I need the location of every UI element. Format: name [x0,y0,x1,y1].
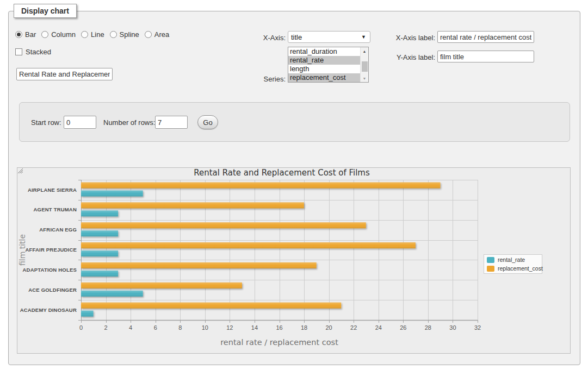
svg-text:AIRPLANE SIERRA: AIRPLANE SIERRA [28,187,77,193]
bar-shine [81,183,440,189]
bar-shine [81,222,366,228]
svg-text:30: 30 [449,324,456,331]
legend-label: replacement_cost [498,265,543,272]
series-options: rental_durationrental_ratelengthreplacem… [288,47,360,82]
svg-text:ADAPTATION HOLES: ADAPTATION HOLES [23,267,77,273]
legend-swatch-icon [487,266,494,272]
legend-item-rental_rate[interactable]: rental_rate [487,256,525,263]
y-axis-title: film title [18,234,27,266]
x-axis-label-input[interactable] [437,31,534,43]
svg-text:10: 10 [202,324,208,331]
chart-type-column[interactable]: Column [41,30,76,39]
radio-label: Column [51,30,76,39]
chart-type-area[interactable]: Area [145,30,169,39]
svg-text:ACE GOLDFINGER: ACE GOLDFINGER [28,287,77,293]
scroll-up-icon[interactable]: ▲ [361,47,368,55]
svg-text:4: 4 [129,324,132,331]
x-tick-labels: 02468101214161820222426283032 [79,324,481,331]
svg-text:28: 28 [425,324,431,331]
x-axis-title: rental rate / replacement cost [220,338,338,347]
svg-text:16: 16 [276,324,282,331]
y-axis-label-input[interactable] [437,51,534,62]
bar-shine [81,283,242,289]
axes [78,180,478,323]
svg-text:AFFAIR PREJUDICE: AFFAIR PREJUDICE [25,247,77,253]
svg-text:14: 14 [251,324,258,331]
radio-label: Area [154,30,169,39]
start-row-label: Start row: [31,118,61,127]
bar-shine [81,262,317,268]
svg-text:18: 18 [301,324,307,331]
bar-shine [81,202,304,208]
svg-text:6: 6 [154,324,157,331]
series-option-replacement_cost[interactable]: replacement_cost [288,73,360,82]
svg-text:AGENT TRUMAN: AGENT TRUMAN [34,206,77,212]
svg-text:8: 8 [178,324,182,331]
legend-label: rental_rate [498,256,525,263]
scrollbar-track[interactable] [361,55,368,74]
radio-label: Spline [120,30,139,39]
gridlines [81,180,478,321]
x-axis-select-label: X-Axis: [228,34,286,42]
bar-shine [81,291,143,297]
stacked-row: Stacked [15,48,51,56]
chevron-down-icon: ▼ [361,34,367,40]
number-of-rows-input[interactable] [155,116,188,129]
bar-shine [81,230,118,236]
bar-shine [81,311,94,317]
chart-container: AIRPLANE SIERRAAGENT TRUMANAFRICAN EGGAF… [17,167,571,354]
svg-text:26: 26 [400,324,406,331]
bar-shine [81,242,416,248]
radio-icon[interactable] [41,31,48,38]
x-axis-label-caption: X-Axis label: [381,34,435,42]
svg-text:12: 12 [226,324,233,331]
series-option-rental_duration[interactable]: rental_duration [288,47,360,56]
svg-text:2: 2 [104,324,108,331]
legend-swatch-icon [487,257,494,263]
go-button[interactable]: Go [197,115,218,129]
bar-shine [81,210,118,216]
category-labels: AIRPLANE SIERRAAGENT TRUMANAFRICAN EGGAF… [20,187,77,313]
chart-title: Rental Rate and Replacement Cost of Film… [194,168,370,178]
radio-icon[interactable] [15,31,22,38]
series-scrollbar[interactable]: ▲ ▼ [360,47,368,82]
radio-label: Line [91,30,104,39]
scrollbar-thumb[interactable] [362,61,368,72]
bar-shine [81,271,118,277]
bar-shine [81,191,143,197]
x-axis-select[interactable]: title ▼ [288,31,370,43]
resize-grip-icon[interactable] [17,168,23,174]
fieldset-title: Display chart [14,4,77,18]
series-option-length[interactable]: length [288,65,360,73]
bar-shine [81,250,118,256]
chart-type-spline[interactable]: Spline [110,30,139,39]
svg-text:24: 24 [375,324,382,331]
series-option-rental_rate[interactable]: rental_rate [288,56,360,65]
bar-chart-svg: AIRPLANE SIERRAAGENT TRUMANAFRICAN EGGAF… [17,168,570,353]
svg-text:0: 0 [79,324,83,331]
y-axis-label-caption: Y-Axis label: [381,53,435,61]
bar-shine [81,303,341,309]
svg-text:22: 22 [350,324,357,331]
svg-text:AFRICAN EGG: AFRICAN EGG [39,227,77,233]
page: Display chart BarColumnLineSplineArea St… [0,0,588,370]
number-of-rows-label: Number of rows: [103,118,155,127]
stacked-checkbox[interactable] [15,48,22,55]
start-row-input[interactable] [64,116,96,129]
svg-text:ACADEMY DINOSAUR: ACADEMY DINOSAUR [20,307,77,313]
series-listbox[interactable]: rental_durationrental_ratelengthreplacem… [288,47,369,83]
chart-legend: rental_ratereplacement_cost [484,255,543,274]
radio-icon[interactable] [110,31,117,38]
svg-text:20: 20 [326,324,332,331]
radio-icon[interactable] [145,31,152,38]
row-range-panel: Start row: Number of rows: Go [19,102,570,142]
svg-text:32: 32 [474,324,481,331]
chart-type-bar[interactable]: Bar [15,30,36,39]
chart-type-line[interactable]: Line [81,30,104,39]
x-axis-select-value: title [291,33,302,41]
chart-title-input[interactable] [16,68,113,80]
series-list-label: Series: [228,75,286,83]
scroll-down-icon[interactable]: ▼ [361,74,368,82]
chart-type-group: BarColumnLineSplineArea [15,30,175,39]
radio-icon[interactable] [81,31,88,38]
